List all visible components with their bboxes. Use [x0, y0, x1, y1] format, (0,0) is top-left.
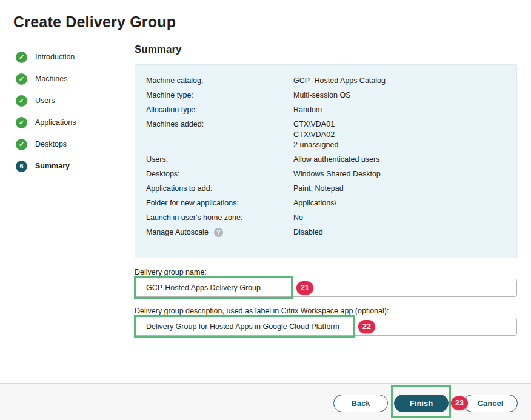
- sidebar-step-label: Applications: [35, 118, 76, 127]
- wizard-steps-sidebar: ✓Introduction✓Machines✓Users✓Application…: [0, 46, 121, 177]
- summary-row: Users:Allow authenticated users: [146, 152, 506, 167]
- sidebar-step-label: Desktops: [35, 140, 67, 148]
- annotation-badge-23: 23: [451, 396, 468, 410]
- summary-row-value: Applications\: [293, 198, 336, 208]
- sidebar-step-summary[interactable]: 6Summary: [0, 155, 121, 177]
- summary-row-label: Machine catalog:: [146, 76, 293, 86]
- sidebar-step-applications[interactable]: ✓Applications: [0, 112, 121, 133]
- step-number-badge: 6: [16, 161, 27, 172]
- sidebar-step-desktops[interactable]: ✓Desktops: [0, 133, 121, 155]
- sidebar-step-users[interactable]: ✓Users: [0, 90, 121, 112]
- summary-row-value: GCP -Hosted Apps Catalog: [293, 76, 386, 86]
- summary-row: Machine type:Multi-session OS: [146, 88, 506, 102]
- summary-row-label: Launch in user's home zone:: [146, 213, 293, 223]
- step-complete-check-icon: ✓: [16, 139, 27, 150]
- summary-row-value: Random: [293, 105, 322, 115]
- sidebar-divider: [121, 42, 121, 383]
- step-complete-check-icon: ✓: [16, 117, 27, 128]
- delivery-group-name-input[interactable]: [135, 279, 517, 297]
- step-complete-check-icon: ✓: [16, 73, 27, 85]
- back-button[interactable]: Back: [333, 395, 388, 412]
- cancel-button[interactable]: Cancel: [463, 395, 518, 412]
- finish-button[interactable]: Finish: [394, 395, 449, 412]
- summary-row: Machine catalog:GCP -Hosted Apps Catalog: [146, 73, 506, 88]
- sidebar-step-introduction[interactable]: ✓Introduction: [0, 46, 121, 68]
- annotation-badge-21: 21: [296, 281, 313, 295]
- summary-row-label: Users:: [146, 155, 293, 165]
- summary-row: Applications to add:Paint, Notepad: [146, 181, 506, 196]
- summary-row: Allocation type:Random: [146, 102, 506, 117]
- summary-row-value: Allow authenticated users: [293, 155, 379, 165]
- sidebar-step-label: Summary: [35, 162, 70, 170]
- summary-row-value: Windows Shared Desktop: [293, 169, 381, 179]
- summary-row: Folder for new applications:Applications…: [146, 196, 506, 210]
- step-complete-check-icon: ✓: [16, 95, 27, 107]
- summary-row-value: Multi-session OS: [293, 90, 350, 101]
- summary-box: Machine catalog:GCP -Hosted Apps Catalog…: [135, 64, 517, 258]
- summary-row-label: Folder for new applications:: [146, 198, 293, 208]
- summary-row: Manage Autoscale?Disabled: [146, 225, 506, 239]
- delivery-group-description-wrap: 22: [135, 318, 517, 336]
- step-complete-check-icon: ✓: [16, 52, 27, 63]
- summary-row-value: Paint, Notepad: [293, 184, 344, 194]
- summary-row: Machines added:CTX\VDA01CTX\VDA022 unass…: [146, 117, 506, 152]
- delivery-group-description-label: Delivery group description, used as labe…: [135, 307, 517, 315]
- page-title: Create Delivery Group: [13, 13, 176, 31]
- sidebar-step-label: Users: [35, 96, 55, 105]
- annotation-badge-22: 22: [358, 320, 375, 333]
- summary-row: Launch in user's home zone:No: [146, 210, 506, 225]
- help-icon[interactable]: ?: [214, 228, 223, 237]
- sidebar-step-label: Machines: [35, 75, 68, 83]
- summary-row: Desktops:Windows Shared Desktop: [146, 167, 506, 181]
- summary-row-label: Machines added:: [146, 119, 293, 150]
- main-panel: Summary Machine catalog:GCP -Hosted Apps…: [135, 42, 517, 336]
- summary-row-value: Disabled: [293, 227, 323, 238]
- delivery-group-description-input[interactable]: [135, 318, 517, 336]
- summary-heading: Summary: [135, 44, 517, 56]
- summary-row-label: Manage Autoscale?: [146, 227, 293, 238]
- summary-row-value: No: [293, 213, 303, 223]
- delivery-group-name-label: Delivery group name:: [135, 268, 517, 276]
- summary-row-label: Allocation type:: [146, 105, 293, 115]
- sidebar-step-machines[interactable]: ✓Machines: [0, 68, 121, 90]
- wizard-footer: Back Finish 23 Cancel: [0, 383, 531, 420]
- sidebar-step-label: Introduction: [35, 53, 75, 61]
- summary-row-label: Desktops:: [146, 169, 293, 179]
- delivery-group-name-wrap: 21: [135, 279, 517, 297]
- title-divider: [13, 38, 531, 38]
- summary-row-label: Applications to add:: [146, 184, 293, 194]
- summary-row-label: Machine type:: [146, 90, 293, 101]
- summary-row-value: CTX\VDA01CTX\VDA022 unassigned: [293, 119, 338, 150]
